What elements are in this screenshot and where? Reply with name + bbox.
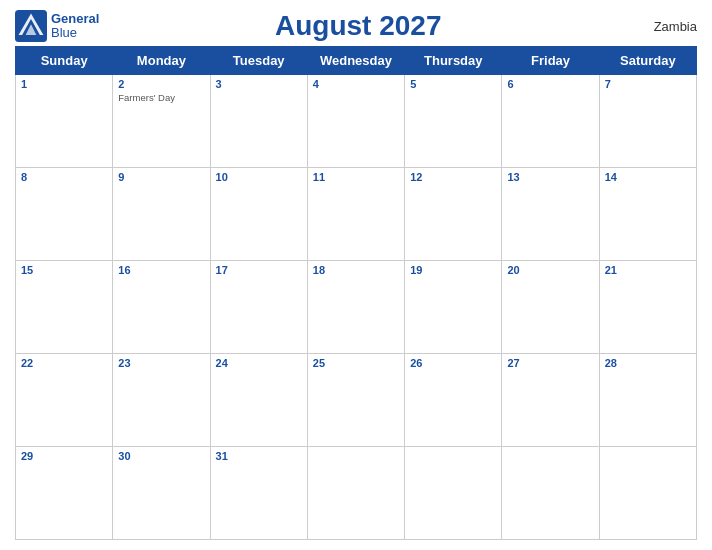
day-number: 31 xyxy=(216,450,302,462)
day-number: 10 xyxy=(216,171,302,183)
calendar-cell: 7 xyxy=(599,75,696,168)
calendar-cell xyxy=(307,447,404,540)
calendar-cell: 14 xyxy=(599,168,696,261)
days-header-row: SundayMondayTuesdayWednesdayThursdayFrid… xyxy=(16,47,697,75)
day-number: 1 xyxy=(21,78,107,90)
day-number: 25 xyxy=(313,357,399,369)
calendar-cell: 5 xyxy=(405,75,502,168)
calendar-cell: 11 xyxy=(307,168,404,261)
calendar-cell: 18 xyxy=(307,261,404,354)
day-header-sunday: Sunday xyxy=(16,47,113,75)
holiday-label: Farmers' Day xyxy=(118,92,204,103)
day-number: 21 xyxy=(605,264,691,276)
calendar-week-row: 293031 xyxy=(16,447,697,540)
day-number: 7 xyxy=(605,78,691,90)
calendar-cell: 8 xyxy=(16,168,113,261)
day-header-friday: Friday xyxy=(502,47,599,75)
day-number: 8 xyxy=(21,171,107,183)
day-number: 11 xyxy=(313,171,399,183)
logo: General Blue xyxy=(15,10,99,42)
day-number: 14 xyxy=(605,171,691,183)
day-number: 5 xyxy=(410,78,496,90)
calendar-cell: 13 xyxy=(502,168,599,261)
calendar-cell: 20 xyxy=(502,261,599,354)
logo-icon xyxy=(15,10,47,42)
logo-text: General Blue xyxy=(51,12,99,41)
day-number: 26 xyxy=(410,357,496,369)
day-header-thursday: Thursday xyxy=(405,47,502,75)
calendar-cell: 21 xyxy=(599,261,696,354)
country-label: Zambia xyxy=(617,19,697,34)
page-header: General Blue August 2027 Zambia xyxy=(15,10,697,42)
day-header-wednesday: Wednesday xyxy=(307,47,404,75)
calendar-cell: 19 xyxy=(405,261,502,354)
day-header-monday: Monday xyxy=(113,47,210,75)
day-number: 12 xyxy=(410,171,496,183)
day-number: 3 xyxy=(216,78,302,90)
calendar-cell: 2Farmers' Day xyxy=(113,75,210,168)
day-number: 23 xyxy=(118,357,204,369)
day-number: 24 xyxy=(216,357,302,369)
calendar-cell: 1 xyxy=(16,75,113,168)
day-number: 2 xyxy=(118,78,204,90)
day-header-saturday: Saturday xyxy=(599,47,696,75)
calendar-cell: 6 xyxy=(502,75,599,168)
day-number: 17 xyxy=(216,264,302,276)
calendar-week-row: 891011121314 xyxy=(16,168,697,261)
calendar-week-row: 15161718192021 xyxy=(16,261,697,354)
calendar-cell: 4 xyxy=(307,75,404,168)
day-number: 15 xyxy=(21,264,107,276)
calendar-cell xyxy=(502,447,599,540)
calendar-table: SundayMondayTuesdayWednesdayThursdayFrid… xyxy=(15,46,697,540)
day-number: 6 xyxy=(507,78,593,90)
calendar-cell: 17 xyxy=(210,261,307,354)
calendar-cell: 22 xyxy=(16,354,113,447)
calendar-week-row: 12Farmers' Day34567 xyxy=(16,75,697,168)
calendar-cell: 28 xyxy=(599,354,696,447)
day-number: 13 xyxy=(507,171,593,183)
calendar-cell: 27 xyxy=(502,354,599,447)
calendar-cell xyxy=(599,447,696,540)
calendar-cell: 10 xyxy=(210,168,307,261)
day-number: 18 xyxy=(313,264,399,276)
day-number: 4 xyxy=(313,78,399,90)
calendar-cell: 31 xyxy=(210,447,307,540)
calendar-cell: 3 xyxy=(210,75,307,168)
day-number: 20 xyxy=(507,264,593,276)
calendar-cell xyxy=(405,447,502,540)
day-number: 9 xyxy=(118,171,204,183)
day-number: 30 xyxy=(118,450,204,462)
calendar-cell: 9 xyxy=(113,168,210,261)
day-number: 29 xyxy=(21,450,107,462)
calendar-cell: 23 xyxy=(113,354,210,447)
calendar-cell: 29 xyxy=(16,447,113,540)
calendar-cell: 26 xyxy=(405,354,502,447)
calendar-cell: 30 xyxy=(113,447,210,540)
calendar-cell: 15 xyxy=(16,261,113,354)
calendar-week-row: 22232425262728 xyxy=(16,354,697,447)
calendar-cell: 25 xyxy=(307,354,404,447)
calendar-title: August 2027 xyxy=(99,10,617,42)
calendar-cell: 16 xyxy=(113,261,210,354)
day-number: 22 xyxy=(21,357,107,369)
day-number: 16 xyxy=(118,264,204,276)
day-number: 27 xyxy=(507,357,593,369)
day-header-tuesday: Tuesday xyxy=(210,47,307,75)
calendar-cell: 24 xyxy=(210,354,307,447)
day-number: 19 xyxy=(410,264,496,276)
calendar-cell: 12 xyxy=(405,168,502,261)
day-number: 28 xyxy=(605,357,691,369)
